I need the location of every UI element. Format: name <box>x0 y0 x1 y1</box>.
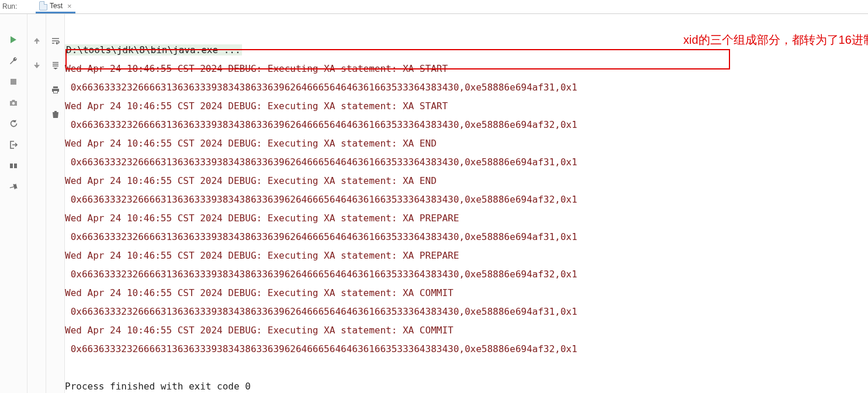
console-log-line: 0x66363332326666313636333938343863363962… <box>65 231 577 242</box>
user-annotation: xid的三个组成部分，都转为了16进制 <box>683 30 868 49</box>
console-log-line: 0x66363332326666313636333938343863363962… <box>65 269 577 280</box>
svg-rect-4 <box>36 41 37 44</box>
svg-rect-5 <box>36 62 37 65</box>
console-log-line: Wed Apr 24 10:46:55 CST 2024 DEBUG: Exec… <box>65 138 437 149</box>
ide-run-tool-window: Run: Test × <box>0 0 868 393</box>
console-log-line: Wed Apr 24 10:46:55 CST 2024 DEBUG: Exec… <box>65 287 454 298</box>
console-log-line: Wed Apr 24 10:46:55 CST 2024 DEBUG: Exec… <box>65 175 437 186</box>
scroll-to-end-icon[interactable] <box>50 60 61 71</box>
console-log-line: 0x66363332326666313636333938343863363962… <box>65 156 577 168</box>
camera-icon[interactable] <box>8 97 19 109</box>
rerun-icon[interactable] <box>8 118 19 130</box>
exit-frame-icon[interactable] <box>8 139 19 151</box>
console-log-line: Wed Apr 24 10:46:55 CST 2024 DEBUG: Exec… <box>65 63 448 74</box>
console-log-line: 0x66363332326666313636333938343863363962… <box>65 194 577 205</box>
layout-icon[interactable] <box>8 160 19 172</box>
svg-rect-0 <box>11 79 16 85</box>
console-log-line: 0x66363332326666313636333938343863363962… <box>65 82 577 93</box>
run-icon[interactable] <box>8 34 19 46</box>
step-up-icon[interactable] <box>31 35 43 47</box>
console-log-line: Wed Apr 24 10:46:55 CST 2024 DEBUG: Exec… <box>65 250 459 261</box>
stop-icon[interactable] <box>8 76 19 88</box>
console-log-line: 0x66363332326666313636333938343863363962… <box>65 306 577 317</box>
console-output[interactable]: D:\tools\jdk\8\bin\java.exe ... Wed Apr … <box>65 14 868 393</box>
run-tab-label: Test <box>50 2 63 10</box>
console-log-line: Wed Apr 24 10:46:55 CST 2024 DEBUG: Exec… <box>65 100 448 112</box>
run-tab-test[interactable]: Test × <box>36 0 75 13</box>
console-log-line: 0x66363332326666313636333938343863363962… <box>65 119 577 130</box>
pin-icon[interactable] <box>5 179 21 194</box>
svg-rect-6 <box>54 91 57 93</box>
step-down-icon[interactable] <box>31 60 43 71</box>
console-log-line: 0x66363332326666313636333938343863363962… <box>65 343 577 354</box>
run-gutter <box>0 14 27 393</box>
console-command: D:\tools\jdk\8\bin\java.exe ... <box>65 44 242 55</box>
run-tab-strip: Run: Test × <box>0 0 868 14</box>
soft-wrap-icon[interactable] <box>50 35 61 47</box>
file-icon <box>39 1 47 11</box>
close-icon[interactable]: × <box>67 2 72 11</box>
console-log-line: Wed Apr 24 10:46:55 CST 2024 DEBUG: Exec… <box>65 325 454 336</box>
run-label: Run: <box>0 0 27 13</box>
svg-rect-3 <box>14 164 17 168</box>
svg-point-1 <box>12 102 15 105</box>
print-icon[interactable] <box>50 84 61 96</box>
console-rail-1 <box>27 14 46 393</box>
wrench-icon[interactable] <box>8 55 19 67</box>
console-rail-2 <box>46 14 65 393</box>
svg-rect-2 <box>10 164 13 168</box>
console-exit-line: Process finished with exit code 0 <box>65 381 251 392</box>
console-log-line: Wed Apr 24 10:46:55 CST 2024 DEBUG: Exec… <box>65 213 459 224</box>
trash-icon[interactable] <box>50 109 61 120</box>
